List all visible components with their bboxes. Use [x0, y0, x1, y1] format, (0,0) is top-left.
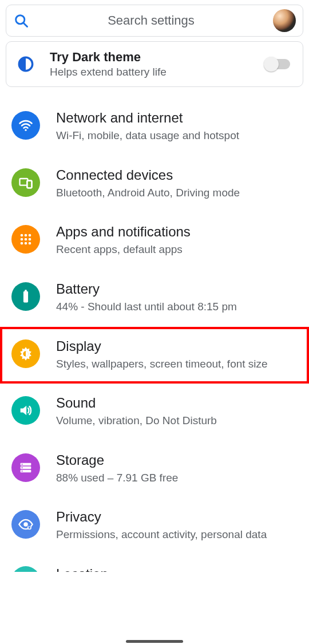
- svg-rect-27: [29, 527, 30, 529]
- item-title: Apps and notifications: [56, 224, 298, 240]
- item-title: Privacy: [56, 509, 298, 525]
- nav-handle[interactable]: [126, 640, 183, 643]
- settings-item-display[interactable]: Display Styles, wallpapers, screen timeo…: [0, 327, 309, 384]
- item-subtitle: Bluetooth, Android Auto, Driving mode: [56, 185, 298, 200]
- item-title: Location: [56, 566, 108, 572]
- item-title: Storage: [56, 452, 298, 468]
- svg-point-15: [29, 242, 31, 245]
- svg-point-3: [25, 129, 26, 131]
- dark-theme-promo[interactable]: Try Dark theme Helps extend battery life: [6, 41, 303, 87]
- svg-rect-17: [25, 290, 27, 291]
- settings-item-network[interactable]: Network and internet Wi-Fi, mobile, data…: [0, 98, 309, 156]
- settings-list: Network and internet Wi-Fi, mobile, data…: [0, 98, 309, 572]
- promo-subtitle: Helps extend battery life: [50, 66, 251, 78]
- settings-item-privacy[interactable]: Privacy Permissions, account activity, p…: [0, 497, 309, 555]
- dark-theme-toggle[interactable]: [265, 59, 290, 69]
- settings-item-location[interactable]: Location: [0, 555, 309, 572]
- svg-point-24: [22, 471, 23, 472]
- wifi-icon: [11, 111, 40, 140]
- svg-rect-5: [27, 180, 31, 188]
- svg-point-13: [21, 242, 23, 245]
- search-icon: [13, 13, 29, 29]
- item-subtitle: 88% used – 7.91 GB free: [56, 471, 298, 485]
- svg-point-10: [21, 238, 23, 241]
- brightness-icon: [11, 339, 40, 368]
- svg-point-8: [25, 234, 27, 237]
- profile-avatar[interactable]: [273, 9, 296, 32]
- devices-icon: [11, 168, 40, 197]
- privacy-icon: [11, 510, 40, 539]
- settings-item-devices[interactable]: Connected devices Bluetooth, Android Aut…: [0, 156, 309, 213]
- item-subtitle: 44% - Should last until about 8:15 pm: [56, 299, 298, 314]
- location-icon: [11, 566, 40, 572]
- svg-rect-16: [23, 291, 28, 303]
- promo-title: Try Dark theme: [50, 50, 251, 65]
- battery-icon: [11, 282, 40, 311]
- svg-line-1: [24, 23, 27, 27]
- search-bar[interactable]: Search settings: [6, 5, 303, 37]
- sound-icon: [11, 396, 40, 425]
- svg-point-14: [25, 242, 27, 245]
- settings-item-battery[interactable]: Battery 44% - Should last until about 8:…: [0, 270, 309, 327]
- item-title: Display: [56, 338, 298, 354]
- apps-icon: [11, 225, 40, 254]
- item-title: Battery: [56, 281, 298, 297]
- item-subtitle: Volume, vibration, Do Not Disturb: [56, 413, 298, 428]
- item-subtitle: Wi-Fi, mobile, data usage and hotspot: [56, 128, 298, 143]
- promo-text: Try Dark theme Helps extend battery life: [50, 50, 251, 78]
- svg-point-7: [21, 234, 23, 237]
- item-subtitle: Styles, wallpapers, screen timeout, font…: [56, 357, 298, 372]
- item-title: Network and internet: [56, 110, 298, 126]
- dark-theme-icon: [15, 54, 36, 74]
- svg-point-0: [16, 15, 25, 24]
- settings-item-storage[interactable]: Storage 88% used – 7.91 GB free: [0, 441, 309, 498]
- item-title: Sound: [56, 395, 298, 411]
- item-subtitle: Recent apps, default apps: [56, 242, 298, 257]
- svg-point-25: [23, 523, 27, 527]
- item-subtitle: Permissions, account activity, personal …: [56, 527, 298, 542]
- svg-point-11: [25, 238, 27, 241]
- svg-point-9: [29, 234, 31, 237]
- settings-item-sound[interactable]: Sound Volume, vibration, Do Not Disturb: [0, 384, 309, 441]
- item-title: Connected devices: [56, 167, 298, 183]
- settings-item-apps[interactable]: Apps and notifications Recent apps, defa…: [0, 212, 309, 270]
- search-placeholder: Search settings: [29, 13, 273, 28]
- svg-point-22: [22, 464, 23, 465]
- svg-point-12: [29, 238, 31, 241]
- storage-icon: [11, 453, 40, 482]
- svg-point-23: [22, 467, 23, 468]
